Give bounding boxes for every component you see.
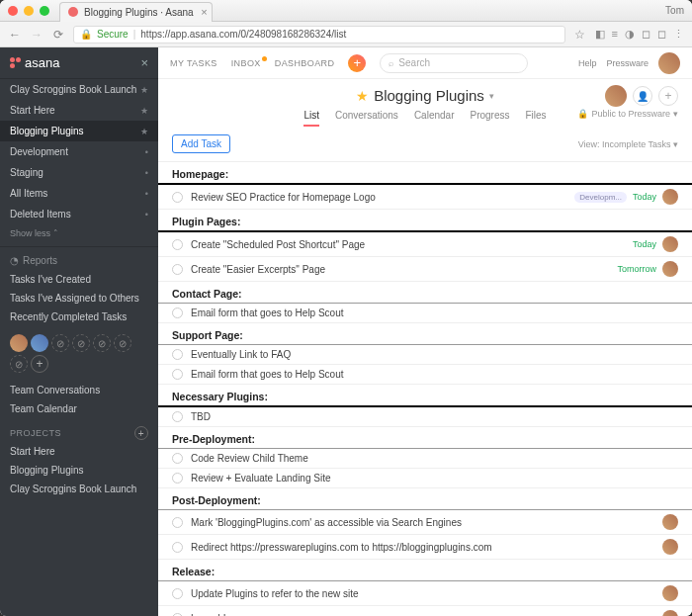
assignee-avatar[interactable] [662, 610, 678, 616]
sidebar-favorite[interactable]: All Items• [0, 183, 158, 204]
forward-icon[interactable]: → [30, 28, 43, 42]
view-selector[interactable]: View: Incomplete Tasks ▾ [578, 139, 678, 149]
sidebar-favorite[interactable]: Clay Scroggins Book Launch★ [0, 79, 158, 100]
address-bar[interactable]: 🔒 Secure | https://app.asana.com/0/24809… [73, 26, 565, 44]
task-row[interactable]: Email form that goes to Help Scout [158, 304, 692, 323]
sidebar-team-link[interactable]: Team Calendar [0, 399, 158, 418]
help-link[interactable]: Help [578, 58, 597, 68]
complete-checkbox[interactable] [172, 453, 183, 464]
ext-icon[interactable]: ◑ [625, 28, 635, 41]
avatar-placeholder[interactable]: ⊘ [10, 355, 28, 373]
nav-my-tasks[interactable]: MY TASKS [170, 58, 217, 68]
avatar-placeholder[interactable]: ⊘ [114, 334, 131, 352]
close-tab-icon[interactable]: × [201, 6, 207, 18]
assignee-avatar[interactable] [662, 514, 678, 530]
org-switcher[interactable]: Pressware [606, 58, 649, 68]
window-minimize[interactable] [24, 6, 34, 16]
user-avatar[interactable] [658, 52, 680, 74]
complete-checkbox[interactable] [172, 613, 183, 617]
window-close[interactable] [8, 6, 18, 16]
project-tab[interactable]: Conversations [335, 110, 398, 127]
add-task-button[interactable]: Add Task [172, 134, 230, 153]
sidebar-favorite[interactable]: Deleted Items• [0, 204, 158, 224]
task-row[interactable]: Create "Scheduled Post Shortcut" PageTod… [158, 232, 692, 257]
add-member-circle[interactable]: 👤 [633, 86, 652, 106]
task-row[interactable]: Launch! [158, 606, 692, 616]
star-icon[interactable]: ★ [356, 88, 369, 104]
avatar-placeholder[interactable]: ⊘ [51, 334, 69, 352]
complete-checkbox[interactable] [172, 308, 183, 318]
task-row[interactable]: TBD [158, 407, 692, 427]
task-row[interactable]: Email form that goes to Help Scout [158, 365, 692, 385]
ext-icon[interactable]: ≡ [612, 28, 618, 41]
sidebar-favorite[interactable]: Staging• [0, 162, 158, 183]
project-tab[interactable]: Files [525, 110, 546, 127]
add-project-button[interactable]: + [134, 426, 148, 440]
task-tag[interactable]: Developm... [574, 192, 627, 203]
search-input[interactable]: ⌕ Search [380, 53, 528, 73]
complete-checkbox[interactable] [172, 517, 183, 528]
complete-checkbox[interactable] [172, 192, 183, 203]
ext-icon[interactable]: ◻ [657, 28, 666, 41]
complete-checkbox[interactable] [172, 349, 183, 360]
sidebar-favorite[interactable]: Blogging Plugins★ [0, 121, 158, 141]
project-actions[interactable]: + [658, 86, 678, 106]
section-header[interactable]: Pre-Deployment: [158, 427, 692, 449]
nav-dashboard[interactable]: DASHBOARD [275, 58, 335, 68]
assignee-avatar[interactable] [662, 585, 678, 601]
section-header[interactable]: Release: [158, 560, 692, 581]
project-tab[interactable]: Progress [470, 110, 509, 127]
sidebar-favorite[interactable]: Development• [0, 141, 158, 162]
complete-checkbox[interactable] [172, 588, 183, 599]
project-tab[interactable]: Calendar [414, 110, 455, 127]
nav-inbox[interactable]: INBOX [231, 58, 261, 68]
project-privacy[interactable]: 🔒 Public to Pressware ▾ [577, 109, 678, 119]
menu-icon[interactable]: ⋮ [673, 28, 684, 41]
task-due[interactable]: Today [633, 192, 656, 202]
sidebar-report[interactable]: Tasks I've Assigned to Others [0, 289, 158, 308]
collapse-sidebar-icon[interactable]: × [140, 55, 148, 70]
task-row[interactable]: Redirect https://presswareplugins.com to… [158, 535, 692, 560]
chevron-down-icon[interactable]: ▾ [489, 91, 494, 101]
assignee-avatar[interactable] [662, 539, 678, 555]
section-header[interactable]: Plugin Pages: [158, 210, 692, 232]
task-row[interactable]: Eventually Link to FAQ [158, 345, 692, 365]
section-header[interactable]: Necessary Plugins: [158, 385, 692, 407]
complete-checkbox[interactable] [172, 239, 183, 250]
reload-icon[interactable]: ⟳ [51, 28, 65, 42]
back-icon[interactable]: ← [8, 28, 22, 42]
sidebar-team-link[interactable]: Team Conversations [0, 381, 158, 399]
avatar-placeholder[interactable]: ⊘ [93, 334, 111, 352]
window-zoom[interactable] [40, 6, 49, 16]
avatar[interactable] [31, 334, 48, 352]
sidebar-favorite[interactable]: Start Here★ [0, 100, 158, 121]
task-due[interactable]: Today [633, 239, 656, 249]
bookmark-icon[interactable]: ☆ [573, 28, 587, 42]
assignee-avatar[interactable] [662, 261, 678, 277]
task-row[interactable]: Update Plugins to refer to the new site [158, 581, 692, 606]
sidebar-project[interactable]: Clay Scroggins Book Launch [0, 480, 158, 498]
complete-checkbox[interactable] [172, 542, 183, 553]
ext-icon[interactable]: ◻ [642, 28, 650, 41]
sidebar-project[interactable]: Blogging Plugins [0, 461, 158, 480]
browser-tab[interactable]: Blogging Plugins · Asana × [59, 2, 213, 22]
task-row[interactable]: Review SEO Practice for Homepage LogoDev… [158, 185, 692, 210]
sidebar-report[interactable]: Tasks I've Created [0, 270, 158, 289]
task-row[interactable]: Mark 'BloggingPlugins.com' as accessible… [158, 510, 692, 535]
complete-checkbox[interactable] [172, 369, 183, 380]
section-header[interactable]: Support Page: [158, 323, 692, 345]
complete-checkbox[interactable] [172, 411, 183, 422]
sidebar-report[interactable]: Recently Completed Tasks [0, 308, 158, 326]
task-due[interactable]: Tomorrow [617, 264, 656, 274]
assignee-avatar[interactable] [662, 189, 678, 205]
asana-logo[interactable]: asana [10, 55, 59, 70]
project-tab[interactable]: List [303, 110, 319, 127]
avatar-placeholder[interactable]: ⊘ [72, 334, 90, 352]
section-header[interactable]: Contact Page: [158, 282, 692, 304]
avatar[interactable] [10, 334, 28, 352]
complete-checkbox[interactable] [172, 264, 183, 275]
chrome-profile[interactable]: Tom [665, 5, 684, 16]
section-header[interactable]: Post-Deployment: [158, 488, 692, 510]
ext-icon[interactable]: ◧ [595, 28, 605, 41]
task-row[interactable]: Code Review Child Theme [158, 449, 692, 469]
